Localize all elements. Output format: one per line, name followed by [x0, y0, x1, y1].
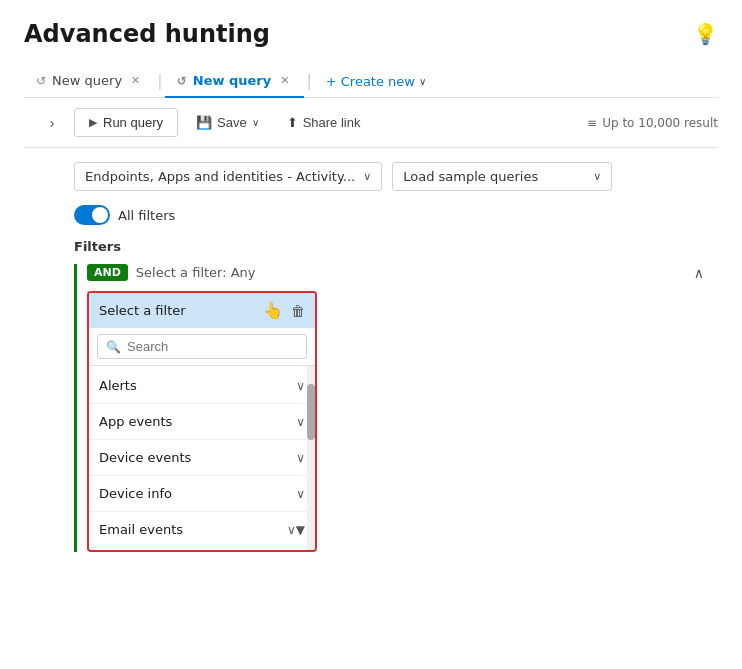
filter-actions: 👆 🗑 [263, 301, 305, 320]
chevron-right-icon: › [50, 115, 55, 131]
toolbar-row: › ▶ Run query 💾 Save ∨ ⬆ Share link ≡ Up… [24, 98, 718, 148]
tab-1-icon: ↺ [36, 74, 46, 88]
delete-filter-icon[interactable]: 🗑 [291, 303, 305, 319]
tabs-bar: ↺ New query ✕ | ↺ New query ✕ | + Create… [24, 64, 718, 98]
tab-divider: | [155, 71, 164, 90]
sidebar-toggle-btn[interactable]: › [38, 109, 66, 137]
and-badge: AND [87, 264, 128, 281]
filter-item-device-events[interactable]: Device events ∨ [89, 440, 315, 476]
filter-dropdown-panel: Select a filter 👆 🗑 🔍 [87, 291, 317, 552]
page-header: Advanced hunting 💡 [24, 20, 718, 48]
filter-selected-text: Select a filter [99, 303, 186, 318]
sample-queries-chevron-icon: ∨ [593, 170, 601, 183]
filters-section: Filters AND Select a filter: Any ∧ Selec… [74, 239, 704, 552]
scroll-thumb[interactable] [307, 384, 315, 439]
cursor-pointer-icon: 👆 [263, 301, 283, 320]
share-link-label: Share link [303, 115, 361, 130]
filter-group-and: AND Select a filter: Any ∧ Select a filt… [74, 264, 704, 552]
tab-new-query-2[interactable]: ↺ New query ✕ [165, 65, 305, 98]
filter-item-device-info[interactable]: Device info ∨ [89, 476, 315, 512]
run-query-button[interactable]: ▶ Run query [74, 108, 178, 137]
result-limit: ≡ Up to 10,000 result [587, 116, 718, 130]
filter-search-input[interactable] [127, 339, 298, 354]
tab-2-label: New query [193, 73, 272, 88]
all-filters-toggle[interactable] [74, 205, 110, 225]
search-input-wrap: 🔍 [97, 334, 307, 359]
scroll-track [307, 366, 315, 550]
share-link-button[interactable]: ⬆ Share link [277, 109, 371, 136]
filter-selected-row[interactable]: Select a filter 👆 🗑 [89, 293, 315, 328]
all-filters-label: All filters [118, 208, 175, 223]
tab-new-query-1[interactable]: ↺ New query ✕ [24, 65, 155, 98]
tab-2-icon: ↺ [177, 74, 187, 88]
filter-item-device-events-label: Device events [99, 450, 191, 465]
save-button[interactable]: 💾 Save ∨ [186, 109, 269, 136]
filters-heading: Filters [74, 239, 704, 254]
filter-item-email-events-label: Email events [99, 522, 183, 537]
sample-queries-dropdown[interactable]: Load sample queries ∨ [392, 162, 612, 191]
filter-item-app-events[interactable]: App events ∨ [89, 404, 315, 440]
run-query-label: Run query [103, 115, 163, 130]
filter-type-chevron-icon: ∨ [363, 170, 371, 183]
alerts-expand-icon: ∨ [296, 379, 305, 393]
search-icon: 🔍 [106, 340, 121, 354]
email-events-expand-icon: ∨▼ [287, 523, 305, 537]
create-new-chevron-icon: ∨ [419, 76, 426, 87]
save-icon: 💾 [196, 115, 212, 130]
app-events-expand-icon: ∨ [296, 415, 305, 429]
create-new-plus-icon: + [326, 74, 337, 89]
filter-item-device-info-label: Device info [99, 486, 172, 501]
filter-search-box: 🔍 [89, 328, 315, 366]
lightbulb-icon[interactable]: 💡 [693, 22, 718, 46]
create-new-tab-btn[interactable]: + Create new ∨ [314, 66, 438, 97]
filter-type-dropdown[interactable]: Endpoints, Apps and identities - Activit… [74, 162, 382, 191]
tab-1-label: New query [52, 73, 122, 88]
device-events-expand-icon: ∨ [296, 451, 305, 465]
filter-list: Alerts ∨ App events ∨ Device events ∨ [89, 366, 315, 550]
result-limit-icon: ≡ [587, 116, 597, 130]
page-title: Advanced hunting [24, 20, 270, 48]
dropdowns-row: Endpoints, Apps and identities - Activit… [74, 162, 704, 191]
filters-toggle-row: All filters [74, 205, 704, 225]
filter-item-email-events[interactable]: Email events ∨▼ [89, 512, 315, 548]
play-icon: ▶ [89, 116, 97, 129]
filter-group-header: AND Select a filter: Any ∧ [87, 264, 704, 281]
filter-item-alerts-label: Alerts [99, 378, 137, 393]
sample-queries-label: Load sample queries [403, 169, 538, 184]
device-info-expand-icon: ∨ [296, 487, 305, 501]
content-area: Endpoints, Apps and identities - Activit… [24, 148, 718, 578]
share-icon: ⬆ [287, 115, 298, 130]
filter-type-label: Endpoints, Apps and identities - Activit… [85, 169, 355, 184]
tab-2-close[interactable]: ✕ [277, 73, 292, 88]
filter-item-app-events-label: App events [99, 414, 172, 429]
save-chevron-icon: ∨ [252, 117, 259, 128]
tab-1-close[interactable]: ✕ [128, 73, 143, 88]
select-filter-any-label: Select a filter: Any [136, 265, 256, 280]
result-limit-text: Up to 10,000 result [602, 116, 718, 130]
group-collapse-btn[interactable]: ∧ [694, 265, 704, 281]
tab-divider-2: | [304, 71, 313, 90]
create-new-label: Create new [341, 74, 415, 89]
filter-item-alerts[interactable]: Alerts ∨ [89, 368, 315, 404]
save-label: Save [217, 115, 247, 130]
